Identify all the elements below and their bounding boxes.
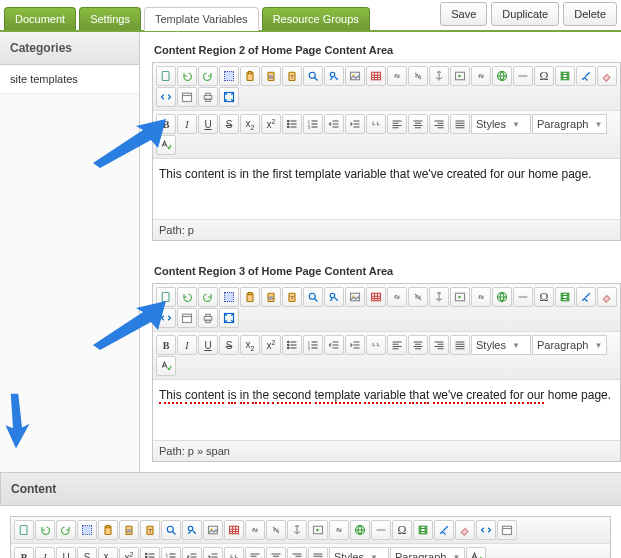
link-button[interactable] <box>387 287 407 307</box>
italic-button[interactable]: I <box>177 335 197 355</box>
styles-select[interactable]: Styles▼ <box>471 335 531 355</box>
ul-button[interactable] <box>282 114 302 134</box>
globe-button[interactable] <box>492 66 512 86</box>
char-button[interactable]: Ω <box>392 520 412 540</box>
undo-button[interactable] <box>35 520 55 540</box>
delete-button[interactable]: Delete <box>563 2 617 26</box>
indent-button[interactable] <box>345 114 365 134</box>
sub-button[interactable]: x2 <box>98 547 118 558</box>
quote-button[interactable] <box>366 335 386 355</box>
anchor-button[interactable] <box>287 520 307 540</box>
media-button[interactable] <box>308 520 328 540</box>
strike-button[interactable]: S <box>219 335 239 355</box>
strike-button[interactable]: S <box>219 114 239 134</box>
eraser-button[interactable] <box>597 287 617 307</box>
sub-button[interactable]: x2 <box>240 114 260 134</box>
newdoc-button[interactable] <box>156 66 176 86</box>
outdent-button[interactable] <box>182 547 202 558</box>
link-button[interactable] <box>471 66 491 86</box>
right-button[interactable] <box>429 114 449 134</box>
save-button[interactable]: Save <box>440 2 487 26</box>
paragraph-select[interactable]: Paragraph▼ <box>532 335 607 355</box>
date-button[interactable] <box>177 87 197 107</box>
sup-button[interactable]: x2 <box>119 547 139 558</box>
brush-button[interactable] <box>434 520 454 540</box>
pastetext-button[interactable]: T <box>140 520 160 540</box>
underline-button[interactable]: U <box>198 335 218 355</box>
left-button[interactable] <box>387 335 407 355</box>
eraser-button[interactable] <box>597 66 617 86</box>
center-button[interactable] <box>408 335 428 355</box>
redo-button[interactable] <box>198 287 218 307</box>
selectall-button[interactable] <box>219 66 239 86</box>
center-button[interactable] <box>408 114 428 134</box>
brush-button[interactable] <box>576 287 596 307</box>
fullscreen-button[interactable] <box>219 87 239 107</box>
right-button[interactable] <box>429 335 449 355</box>
replace-button[interactable] <box>182 520 202 540</box>
table-button[interactable] <box>224 520 244 540</box>
newdoc-button[interactable] <box>14 520 34 540</box>
pastetext-button[interactable]: T <box>282 66 302 86</box>
unlink-button[interactable] <box>408 287 428 307</box>
tab-document[interactable]: Document <box>4 7 76 30</box>
tab-template-variables[interactable]: Template Variables <box>144 7 259 31</box>
date-button[interactable] <box>497 520 517 540</box>
film-button[interactable] <box>555 287 575 307</box>
print-button[interactable] <box>198 308 218 328</box>
ol-button[interactable]: 123 <box>303 335 323 355</box>
redo-button[interactable] <box>198 66 218 86</box>
left-button[interactable] <box>245 547 265 558</box>
indent-button[interactable] <box>203 547 223 558</box>
italic-button[interactable]: I <box>35 547 55 558</box>
pasteword-button[interactable]: W <box>261 66 281 86</box>
underline-button[interactable]: U <box>56 547 76 558</box>
underline-button[interactable]: U <box>198 114 218 134</box>
ol-button[interactable]: 123 <box>161 547 181 558</box>
quote-button[interactable] <box>366 114 386 134</box>
paste-button[interactable] <box>98 520 118 540</box>
date-button[interactable] <box>177 308 197 328</box>
paragraph-select[interactable]: Paragraph▼ <box>390 547 465 558</box>
duplicate-button[interactable]: Duplicate <box>491 2 559 26</box>
media-button[interactable] <box>450 287 470 307</box>
code-button[interactable] <box>476 520 496 540</box>
pasteword-button[interactable]: W <box>261 287 281 307</box>
link-button[interactable] <box>387 66 407 86</box>
image-button[interactable] <box>345 66 365 86</box>
fullscreen-button[interactable] <box>219 308 239 328</box>
newdoc-button[interactable] <box>156 287 176 307</box>
hr-button[interactable] <box>371 520 391 540</box>
link-button[interactable] <box>471 287 491 307</box>
anchor-button[interactable] <box>429 287 449 307</box>
styles-select[interactable]: Styles▼ <box>471 114 531 134</box>
selectall-button[interactable] <box>77 520 97 540</box>
paste-button[interactable] <box>240 287 260 307</box>
replace-button[interactable] <box>324 287 344 307</box>
styles-select[interactable]: Styles▼ <box>329 547 389 558</box>
film-button[interactable] <box>555 66 575 86</box>
image-button[interactable] <box>203 520 223 540</box>
image-button[interactable] <box>345 287 365 307</box>
undo-button[interactable] <box>177 287 197 307</box>
editor-body[interactable]: This content is in the second template v… <box>153 380 620 440</box>
code-button[interactable] <box>156 87 176 107</box>
globe-button[interactable] <box>350 520 370 540</box>
tab-resource-groups[interactable]: Resource Groups <box>262 7 370 30</box>
selectall-button[interactable] <box>219 287 239 307</box>
pasteword-button[interactable]: W <box>119 520 139 540</box>
outdent-button[interactable] <box>324 114 344 134</box>
content-section-header[interactable]: Content <box>0 472 621 506</box>
quote-button[interactable] <box>224 547 244 558</box>
bold-button[interactable]: B <box>156 114 176 134</box>
ul-button[interactable] <box>282 335 302 355</box>
sup-button[interactable]: x2 <box>261 114 281 134</box>
justify-button[interactable] <box>450 114 470 134</box>
tab-settings[interactable]: Settings <box>79 7 141 30</box>
anchor-button[interactable] <box>429 66 449 86</box>
code-button[interactable] <box>156 308 176 328</box>
pastetext-button[interactable]: T <box>282 287 302 307</box>
left-button[interactable] <box>387 114 407 134</box>
paragraph-select[interactable]: Paragraph▼ <box>532 114 607 134</box>
table-button[interactable] <box>366 66 386 86</box>
